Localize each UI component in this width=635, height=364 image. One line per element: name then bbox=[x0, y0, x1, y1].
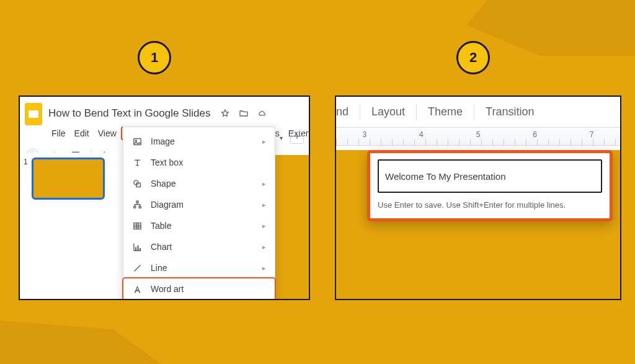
menu-item-table[interactable]: Table ▸ bbox=[123, 215, 275, 236]
horizontal-ruler: 3 4 5 6 7 bbox=[336, 127, 620, 146]
insert-menu-dropdown: Image ▸ Text box Shape ▸ Diagra bbox=[123, 127, 275, 300]
wordart-dialog: Use Enter to save. Use Shift+Enter for m… bbox=[367, 150, 613, 221]
cloud-status-icon[interactable] bbox=[257, 109, 267, 118]
document-title[interactable]: How to Bend Text in Google Slides bbox=[48, 107, 210, 120]
menu-item-label: Image bbox=[151, 136, 255, 146]
svg-rect-10 bbox=[135, 247, 136, 251]
ruler-tick-6: 6 bbox=[533, 130, 537, 139]
svg-rect-8 bbox=[139, 206, 141, 208]
slide-thumbnail-strip: 1 bbox=[20, 153, 123, 299]
ruler-tick-7: 7 bbox=[590, 130, 594, 139]
transition-button[interactable]: Transition bbox=[474, 103, 545, 121]
chevron-right-icon: ▸ bbox=[262, 201, 266, 209]
slide-thumbnail-1[interactable] bbox=[32, 158, 105, 200]
wordart-icon bbox=[131, 283, 143, 295]
star-icon[interactable] bbox=[220, 109, 230, 118]
shape-icon bbox=[131, 177, 143, 190]
chevron-right-icon: ▸ bbox=[262, 138, 266, 146]
menu-item-diagram[interactable]: Diagram ▸ bbox=[123, 194, 275, 215]
wordart-text-input[interactable] bbox=[378, 159, 602, 193]
screenshot-panel-1: How to Bend Text in Google Slides File E… bbox=[19, 95, 310, 300]
svg-rect-9 bbox=[133, 223, 140, 229]
theme-button[interactable]: Theme bbox=[417, 103, 474, 121]
chevron-right-icon: ▸ bbox=[262, 264, 266, 272]
menu-item-image[interactable]: Image ▸ bbox=[123, 131, 275, 152]
step-badge-1: 1 bbox=[138, 41, 171, 74]
chart-icon bbox=[131, 241, 143, 253]
bg-shape-bottom-left bbox=[0, 321, 161, 364]
ruler-tick-4: 4 bbox=[419, 130, 424, 139]
add-button[interactable] bbox=[290, 131, 304, 144]
slide-number: 1 bbox=[24, 158, 28, 166]
menu-item-wordart[interactable]: Word art bbox=[123, 278, 275, 300]
textbox-icon bbox=[131, 156, 143, 169]
title-row: How to Bend Text in Google Slides bbox=[20, 97, 309, 125]
google-slides-icon bbox=[25, 103, 42, 125]
menu-view[interactable]: View bbox=[94, 127, 121, 140]
background-button-partial[interactable]: nd bbox=[336, 103, 360, 121]
menu-file[interactable]: File bbox=[47, 127, 70, 140]
menu-item-label: Line bbox=[151, 263, 255, 273]
menu-item-label: Diagram bbox=[151, 200, 255, 210]
slide-toolbar: nd Layout Theme Transition bbox=[336, 97, 620, 127]
svg-rect-6 bbox=[136, 201, 138, 203]
menu-item-line[interactable]: Line ▸ bbox=[123, 257, 275, 278]
menu-item-textbox[interactable]: Text box bbox=[123, 152, 275, 173]
screenshot-panel-2: nd Layout Theme Transition 3 4 5 6 7 Use… bbox=[335, 95, 621, 300]
menu-item-label: Word art bbox=[151, 284, 266, 294]
menu-edit[interactable]: Edit bbox=[70, 127, 94, 140]
svg-point-3 bbox=[135, 140, 136, 141]
chevron-right-icon: ▸ bbox=[262, 180, 266, 188]
line-icon bbox=[131, 262, 143, 274]
table-icon bbox=[131, 220, 143, 232]
menu-item-label: Table bbox=[151, 221, 255, 231]
svg-rect-12 bbox=[140, 247, 141, 250]
wordart-hint-text: Use Enter to save. Use Shift+Enter for m… bbox=[378, 200, 602, 210]
ruler-tick-5: 5 bbox=[476, 130, 481, 139]
ruler-tick-3: 3 bbox=[362, 130, 366, 139]
layout-button[interactable]: Layout bbox=[360, 103, 416, 121]
diagram-icon bbox=[131, 198, 143, 211]
image-icon bbox=[131, 135, 143, 148]
menu-item-label: Text box bbox=[151, 158, 266, 167]
menu-item-label: Shape bbox=[151, 179, 255, 189]
menu-item-label: Chart bbox=[151, 242, 255, 252]
menu-item-chart[interactable]: Chart ▸ bbox=[123, 236, 275, 257]
chevron-right-icon: ▸ bbox=[262, 222, 266, 230]
svg-rect-7 bbox=[133, 206, 135, 208]
menu-item-shape[interactable]: Shape ▸ bbox=[123, 173, 275, 194]
svg-rect-11 bbox=[137, 245, 138, 251]
chevron-right-icon: ▸ bbox=[262, 243, 266, 251]
bg-shape-top-right bbox=[424, 0, 635, 56]
chevron-down-icon[interactable]: ▾ bbox=[280, 135, 283, 141]
step-badge-2: 2 bbox=[456, 41, 490, 74]
move-folder-icon[interactable] bbox=[239, 109, 249, 118]
